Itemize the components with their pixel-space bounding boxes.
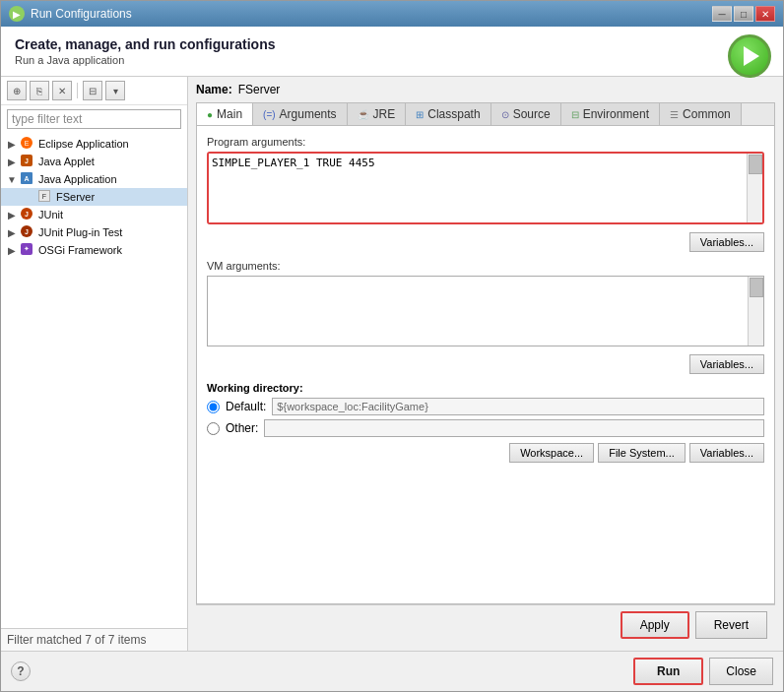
window-title: Run Configurations <box>31 7 132 21</box>
expand-icon: ▼ <box>7 174 17 185</box>
jre-tab-icon: ☕ <box>358 109 369 120</box>
maximize-btn[interactable]: □ <box>734 6 753 22</box>
tabs-bar: ● Main (=) Arguments ☕ JRE ⊞ Classpath <box>196 102 775 125</box>
new-config-btn[interactable]: ⊕ <box>7 81 27 100</box>
fserver-icon: F <box>38 190 52 204</box>
window-icon: ▶ <box>9 6 25 22</box>
run-icon-btn[interactable] <box>728 34 771 78</box>
tree-item-junit[interactable]: ▶ J JUnit <box>1 206 187 223</box>
content-panel: Name: FServer ● Main (=) Arguments ☕ J <box>188 77 783 651</box>
tree-item-java-applet[interactable]: ▶ J Java Applet <box>1 153 187 170</box>
default-dir-input[interactable] <box>272 398 764 415</box>
workdir-label: Working directory: <box>207 382 764 394</box>
program-vars-row: Variables... <box>207 232 764 252</box>
action-bar: Apply Revert <box>196 604 775 645</box>
tree-item-java-application[interactable]: ▼ A Java Application <box>1 170 187 188</box>
vm-vars-btn[interactable]: Variables... <box>689 354 764 374</box>
apply-btn[interactable]: Apply <box>621 611 689 639</box>
header-title: Create, manage, and run configurations <box>15 36 769 52</box>
tree-item-fserver[interactable]: F FServer <box>1 188 187 206</box>
tab-environment[interactable]: ⊟ Environment <box>561 103 660 125</box>
tab-common[interactable]: ☰ Common <box>660 103 742 125</box>
program-args-container: SIMPLE_PLAYER_1 TRUE 4455 <box>207 152 764 224</box>
tab-arguments[interactable]: (=) Arguments <box>253 103 348 125</box>
vm-vars-row: Variables... <box>207 354 764 374</box>
bottom-bar: ? Run Close <box>1 651 783 691</box>
common-tab-icon: ☰ <box>670 109 679 120</box>
main-tab-icon: ● <box>207 109 213 120</box>
vm-args-input[interactable] <box>208 277 748 346</box>
expand-icon: ▶ <box>7 139 17 150</box>
close-btn[interactable]: Close <box>709 658 773 685</box>
source-tab-icon: ⊙ <box>501 109 509 120</box>
sidebar-toolbar: ⊕ ⎘ ✕ ⊟ ▾ <box>1 77 187 105</box>
filesystem-btn[interactable]: File System... <box>598 443 686 463</box>
collapse-btn[interactable]: ⊟ <box>83 81 102 100</box>
name-row: Name: FServer <box>196 83 775 96</box>
tree-item-eclipse-app[interactable]: ▶ E Eclipse Application <box>1 135 187 153</box>
env-tab-icon: ⊟ <box>571 109 579 120</box>
tab-source[interactable]: ⊙ Source <box>491 103 561 125</box>
workdir-vars-btn[interactable]: Variables... <box>689 443 764 463</box>
vm-args-section: VM arguments: <box>207 260 764 346</box>
tab-content-main: Program arguments: SIMPLE_PLAYER_1 TRUE … <box>196 125 775 604</box>
sidebar: ⊕ ⎘ ✕ ⊟ ▾ type filter text ▶ E Eclipse A… <box>1 77 188 651</box>
tab-classpath[interactable]: ⊞ Classpath <box>406 103 490 125</box>
more-btn[interactable]: ▾ <box>105 81 125 100</box>
help-btn[interactable]: ? <box>11 661 31 681</box>
header-subtitle: Run a Java application <box>15 54 769 66</box>
title-controls: ─ □ ✕ <box>712 6 775 22</box>
vm-args-scrollbar[interactable] <box>748 277 763 346</box>
workspace-btn[interactable]: Workspace... <box>509 443 594 463</box>
title-bar: ▶ Run Configurations ─ □ ✕ <box>1 1 783 27</box>
vm-args-label: VM arguments: <box>207 260 764 272</box>
name-label: Name: <box>196 83 232 96</box>
sidebar-footer: Filter matched 7 of 7 items <box>1 628 187 651</box>
default-radio-label: Default: <box>226 400 266 413</box>
run-configurations-window: ▶ Run Configurations ─ □ ✕ Create, manag… <box>0 0 784 692</box>
program-args-scrollbar[interactable] <box>747 154 762 222</box>
header-area: Create, manage, and run configurations R… <box>1 27 783 77</box>
filter-input[interactable]: type filter text <box>7 109 181 129</box>
osgi-icon: ✦ <box>21 243 34 257</box>
tree-label-junit: JUnit <box>38 209 63 220</box>
copy-config-btn[interactable]: ⎘ <box>30 81 49 100</box>
program-args-section: Program arguments: SIMPLE_PLAYER_1 TRUE … <box>207 136 764 224</box>
java-application-icon: A <box>21 172 34 186</box>
tree-label-osgi: OSGi Framework <box>38 244 122 256</box>
classpath-tab-icon: ⊞ <box>416 109 424 120</box>
other-radio[interactable] <box>207 422 220 435</box>
tree-label-java-applet: Java Applet <box>38 156 95 167</box>
expand-icon: ▶ <box>7 157 17 167</box>
tree-item-junit-plugin[interactable]: ▶ J JUnit Plug-in Test <box>1 223 187 241</box>
run-btn[interactable]: Run <box>633 658 703 685</box>
program-vars-btn[interactable]: Variables... <box>689 232 764 252</box>
tab-jre[interactable]: ☕ JRE <box>348 103 407 125</box>
workdir-section: Working directory: Default: Other: Works… <box>207 382 764 463</box>
revert-btn[interactable]: Revert <box>695 611 767 639</box>
default-radio-row: Default: <box>207 398 764 415</box>
tree-item-osgi[interactable]: ▶ ✦ OSGi Framework <box>1 241 187 259</box>
tree-area: ▶ E Eclipse Application ▶ J Java Applet <box>1 133 187 628</box>
bottom-buttons: Run Close <box>633 658 773 685</box>
program-args-label: Program arguments: <box>207 136 764 148</box>
toolbar-separator <box>77 83 78 98</box>
tree-label-fserver: FServer <box>56 191 95 203</box>
junit-icon: J <box>21 208 34 221</box>
minimize-btn[interactable]: ─ <box>712 6 732 22</box>
expand-icon: ▶ <box>7 227 17 238</box>
junit-plugin-icon: J <box>21 225 34 239</box>
tree-label-eclipse-app: Eclipse Application <box>38 138 129 150</box>
tree-label-junit-plugin: JUnit Plug-in Test <box>38 226 122 238</box>
workdir-buttons: Workspace... File System... Variables... <box>207 443 764 463</box>
delete-config-btn[interactable]: ✕ <box>52 81 72 100</box>
main-area: ⊕ ⎘ ✕ ⊟ ▾ type filter text ▶ E Eclipse A… <box>1 77 783 651</box>
other-dir-input[interactable] <box>264 419 764 437</box>
program-args-input[interactable]: SIMPLE_PLAYER_1 TRUE 4455 <box>209 154 747 222</box>
play-triangle-icon <box>744 46 759 66</box>
tab-main[interactable]: ● Main <box>197 103 253 125</box>
default-radio[interactable] <box>207 401 220 413</box>
close-window-btn[interactable]: ✕ <box>755 6 775 22</box>
args-tab-icon: (=) <box>263 109 276 120</box>
tree-label-java-application: Java Application <box>38 173 117 185</box>
